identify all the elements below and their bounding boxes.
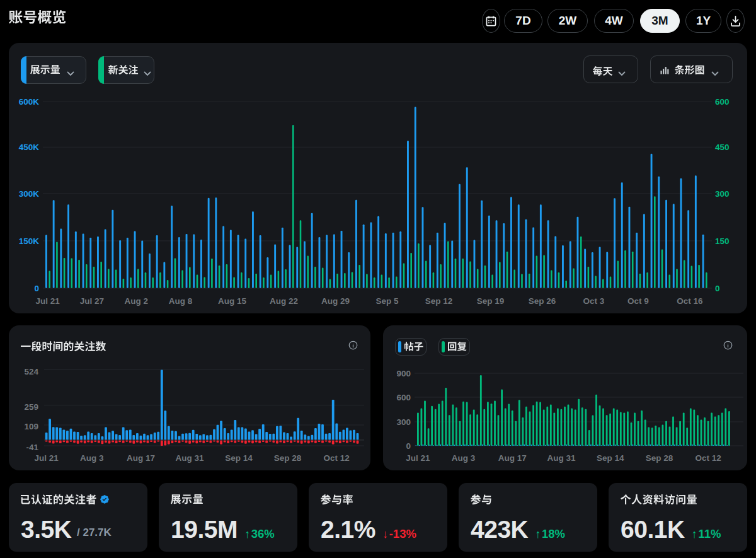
svg-text:150K: 150K [19,236,40,246]
svg-text:450K: 450K [19,142,40,152]
svg-text:Oct 9: Oct 9 [627,296,649,306]
svg-text:Sep 5: Sep 5 [375,296,399,306]
svg-text:150: 150 [715,236,730,246]
svg-text:0: 0 [34,284,39,293]
svg-text:300K: 300K [19,189,40,199]
svg-text:Jul 21: Jul 21 [35,296,60,306]
svg-text:Sep 28: Sep 28 [646,453,673,463]
svg-text:Oct 12: Oct 12 [324,453,350,463]
svg-text:Sep 26: Sep 26 [529,296,556,306]
svg-text:Jul 21: Jul 21 [34,453,59,463]
svg-text:-41: -41 [26,443,38,452]
svg-text:259: 259 [24,402,38,412]
svg-text:Aug 31: Aug 31 [547,453,576,463]
svg-text:Sep 19: Sep 19 [477,296,505,306]
svg-text:Aug 17: Aug 17 [498,453,527,463]
svg-text:Sep 14: Sep 14 [225,453,253,463]
svg-text:Sep 14: Sep 14 [597,453,624,463]
svg-text:Sep 12: Sep 12 [425,296,453,306]
svg-text:Oct 16: Oct 16 [677,296,703,306]
svg-text:524: 524 [24,367,38,376]
svg-text:0: 0 [406,441,411,451]
svg-text:300: 300 [396,417,411,427]
svg-text:Aug 3: Aug 3 [80,453,104,463]
svg-text:600: 600 [715,97,730,107]
svg-text:Jul 21: Jul 21 [406,453,430,463]
svg-text:600K: 600K [19,97,40,107]
svg-text:109: 109 [24,422,38,431]
svg-text:Jul 27: Jul 27 [80,296,104,306]
svg-text:Sep 28: Sep 28 [274,453,302,463]
svg-text:Aug 2: Aug 2 [124,296,148,306]
svg-text:Aug 3: Aug 3 [452,453,476,463]
svg-text:Aug 17: Aug 17 [127,453,155,463]
svg-text:450: 450 [715,142,730,152]
svg-text:900: 900 [396,369,411,378]
svg-text:Oct 3: Oct 3 [583,296,605,306]
svg-text:Aug 15: Aug 15 [218,296,247,306]
svg-text:300: 300 [715,189,730,199]
svg-text:Oct 12: Oct 12 [695,453,721,463]
svg-text:0: 0 [715,284,720,293]
svg-text:600: 600 [396,393,411,402]
svg-text:Aug 31: Aug 31 [176,453,205,463]
svg-text:Aug 22: Aug 22 [270,296,298,306]
svg-text:Aug 29: Aug 29 [321,296,350,306]
svg-text:Aug 8: Aug 8 [169,296,193,306]
